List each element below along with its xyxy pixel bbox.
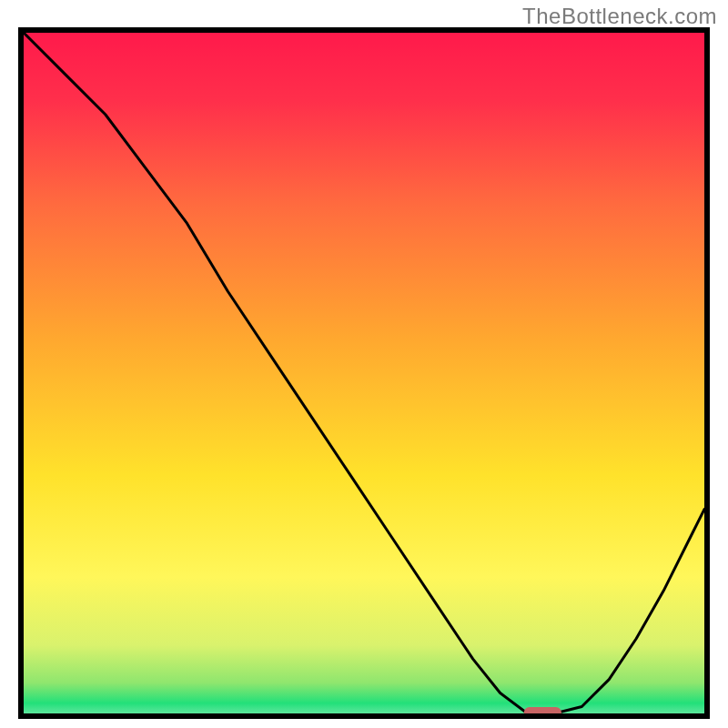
optimal-point-marker bbox=[524, 707, 561, 713]
plot-area bbox=[18, 27, 710, 719]
watermark-text: TheBottleneck.com bbox=[522, 4, 717, 29]
plot-svg bbox=[24, 33, 704, 713]
chart-frame: TheBottleneck.com bbox=[0, 0, 728, 728]
gradient-background bbox=[24, 33, 704, 713]
